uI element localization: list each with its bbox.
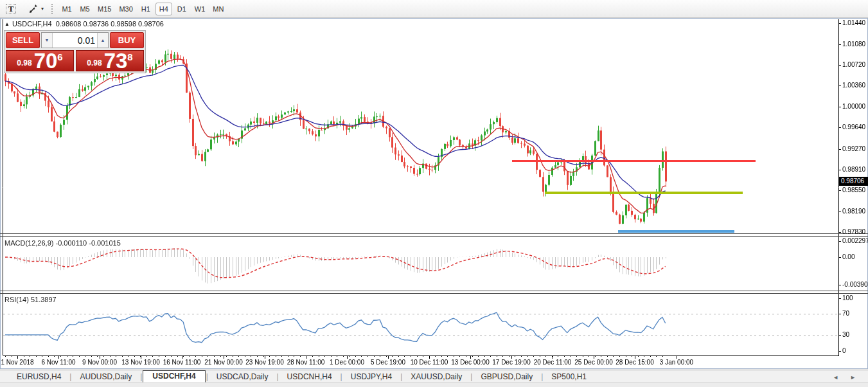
one-click-trading-panel: SELL ▼ ▲ BUY 0.98706 0.98738 bbox=[4, 30, 146, 73]
timeframe-button-d1[interactable]: D1 bbox=[173, 3, 190, 15]
sell-button[interactable]: SELL bbox=[6, 32, 40, 48]
buy-button[interactable]: BUY bbox=[110, 32, 144, 48]
tab-scroll-controls: ◄ ► bbox=[827, 374, 868, 382]
status-bar bbox=[0, 382, 868, 387]
chart-tab-xauusd[interactable]: XAUUSD,Daily bbox=[403, 372, 470, 382]
chart-tabs: EURUSD,H4|AUDUSD,Daily|USDCHF,H4|USDCAD,… bbox=[9, 370, 594, 382]
arrows-tool-icon bbox=[28, 4, 39, 14]
toolbar-grip[interactable] bbox=[51, 4, 53, 14]
chart-tab-usdcad[interactable]: USDCAD,Daily bbox=[209, 372, 276, 382]
timeframe-button-m1[interactable]: M1 bbox=[58, 3, 75, 15]
mt4-terminal: T ▾ M1M5M15M30H1H4D1W1MN ▲USDCHF,H40.986… bbox=[0, 0, 868, 387]
tab-scroll-right-icon[interactable]: ► bbox=[844, 374, 862, 381]
text-label-tool-button[interactable]: T bbox=[4, 3, 18, 15]
timeframe-button-m30[interactable]: M30 bbox=[116, 3, 136, 15]
arrows-tool-button[interactable] bbox=[27, 3, 40, 15]
trade-panel-controls: SELL ▼ ▲ BUY bbox=[6, 32, 144, 48]
timeframe-toolbar: M1M5M15M30H1H4D1W1MN bbox=[58, 3, 227, 15]
chart-tab-usdchf[interactable]: USDCHF,H4 bbox=[143, 370, 205, 382]
volume-stepper: ▼ ▲ bbox=[41, 32, 109, 48]
timeframe-button-h1[interactable]: H1 bbox=[137, 3, 154, 15]
buy-price-pip: 8 bbox=[127, 51, 132, 62]
chart-tab-sp500[interactable]: SP500,H1 bbox=[544, 372, 594, 382]
trade-panel-quotes: 0.98706 0.98738 bbox=[6, 50, 144, 71]
chart-tab-eurusd[interactable]: EURUSD,H4 bbox=[9, 372, 69, 382]
buy-price-display[interactable]: 0.98738 bbox=[76, 50, 144, 71]
sell-price-big: 70 bbox=[34, 51, 58, 71]
chart-tab-usdcnh[interactable]: USDCNH,H4 bbox=[279, 372, 340, 382]
timeframe-button-m15[interactable]: M15 bbox=[94, 3, 114, 15]
timeframe-button-mn[interactable]: MN bbox=[209, 3, 227, 15]
buy-price-prefix: 0.98 bbox=[87, 59, 102, 68]
chart-tab-bar: EURUSD,H4|AUDUSD,Daily|USDCHF,H4|USDCAD,… bbox=[0, 370, 868, 382]
volume-decrease-button[interactable]: ▼ bbox=[42, 33, 53, 48]
timeframe-button-h4[interactable]: H4 bbox=[155, 3, 172, 15]
volume-increase-button[interactable]: ▲ bbox=[97, 33, 108, 48]
sell-price-pip: 6 bbox=[57, 51, 62, 62]
chart-window: ▲USDCHF,H40.98608 0.98736 0.98598 0.9870… bbox=[0, 18, 868, 369]
text-tool-icon: T bbox=[6, 4, 17, 14]
chart-tab-gbpusd[interactable]: GBPUSD,Daily bbox=[473, 372, 540, 382]
chart-tab-audusd[interactable]: AUDUSD,Daily bbox=[72, 372, 139, 382]
sell-price-display[interactable]: 0.98706 bbox=[6, 50, 74, 71]
top-toolbar: T ▾ M1M5M15M30H1H4D1W1MN bbox=[0, 0, 868, 18]
sell-price-prefix: 0.98 bbox=[17, 59, 31, 68]
tab-scroll-left-icon[interactable]: ◄ bbox=[827, 374, 844, 381]
buy-price-big: 73 bbox=[104, 51, 128, 71]
chart-tab-usdjpy[interactable]: USDJPY,H4 bbox=[343, 372, 400, 382]
timeframe-button-w1[interactable]: W1 bbox=[191, 3, 209, 15]
volume-input[interactable] bbox=[53, 33, 97, 48]
timeframe-button-m5[interactable]: M5 bbox=[76, 3, 93, 15]
tool-dropdown-caret-icon[interactable]: ▾ bbox=[41, 6, 44, 12]
